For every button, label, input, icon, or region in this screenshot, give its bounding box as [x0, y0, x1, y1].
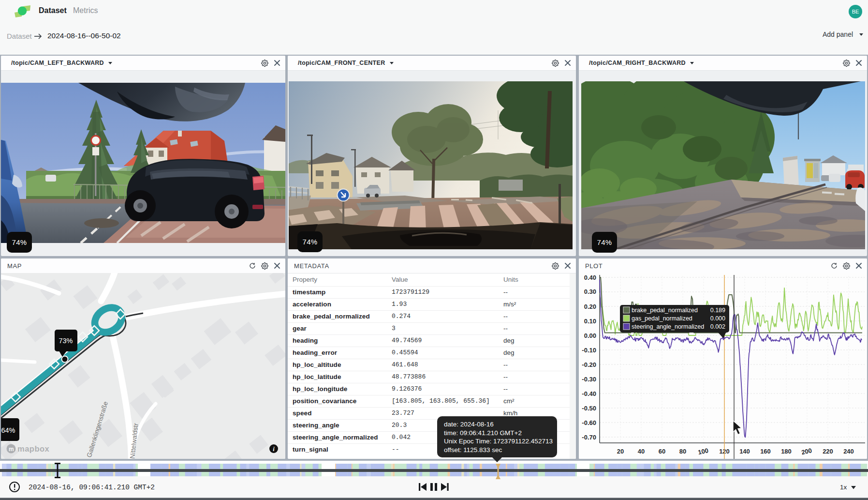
svg-text:240: 240	[843, 448, 854, 455]
svg-text:-0.10: -0.10	[582, 347, 596, 354]
svg-text:0.000: 0.000	[710, 315, 725, 322]
svg-text:0.40: 0.40	[584, 274, 596, 281]
svg-text:73%: 73%	[59, 337, 73, 345]
svg-text:-0.30: -0.30	[582, 376, 596, 383]
svg-text:2024-08-16, 09:06:41.210 GMT+2: 2024-08-16, 09:06:41.210 GMT+2	[29, 484, 155, 491]
svg-text:i: i	[273, 446, 275, 453]
svg-text:-0.50: -0.50	[582, 405, 596, 412]
svg-text:0.30: 0.30	[584, 288, 596, 295]
svg-text:220: 220	[823, 448, 833, 455]
svg-text:64%: 64%	[1, 426, 15, 434]
svg-text:mapbox: mapbox	[17, 444, 50, 453]
svg-text:0.10: 0.10	[584, 318, 596, 325]
svg-text:gas_pedal_normalized: gas_pedal_normalized	[632, 315, 692, 322]
svg-text:brake_pedal_normalized: brake_pedal_normalized	[632, 307, 698, 314]
svg-text:80: 80	[679, 448, 686, 455]
svg-text:20: 20	[617, 448, 624, 455]
svg-text:-0.20: -0.20	[582, 361, 596, 368]
svg-text:40: 40	[638, 448, 645, 455]
svg-text:steering_angle_normalized: steering_angle_normalized	[632, 323, 704, 330]
svg-text:1x: 1x	[840, 484, 847, 491]
svg-text:-0.40: -0.40	[582, 390, 596, 397]
svg-text:0.20: 0.20	[584, 303, 596, 310]
svg-text:0.00: 0.00	[584, 332, 596, 339]
svg-text:m: m	[9, 446, 14, 453]
svg-text:-0.70: -0.70	[582, 434, 596, 441]
svg-text:-0.60: -0.60	[582, 419, 596, 426]
svg-text:160: 160	[760, 448, 771, 455]
svg-text:0.002: 0.002	[710, 323, 725, 330]
svg-text:0.189: 0.189	[710, 307, 725, 314]
svg-text:60: 60	[659, 448, 665, 455]
svg-text:180: 180	[781, 448, 792, 455]
svg-text:140: 140	[739, 448, 750, 455]
